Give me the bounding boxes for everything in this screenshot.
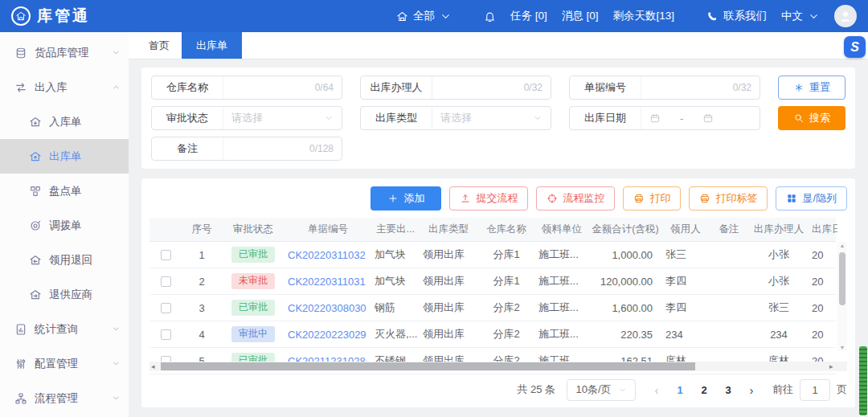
sidebar-item-requisition-return[interactable]: 领用退回 xyxy=(0,243,129,277)
page-button-3[interactable]: 3 xyxy=(718,379,739,400)
sidebar-item-stocktake-order[interactable]: 盘点单 xyxy=(0,174,129,208)
page-size-select[interactable]: 10条/页 xyxy=(567,379,636,401)
row-checkbox-cell xyxy=(149,250,182,260)
prev-page-button[interactable]: ‹ xyxy=(647,383,666,397)
field-doc-number: 单据编号0/32 xyxy=(569,76,760,100)
sidebar-item-statistics-query[interactable]: 统计查询 xyxy=(0,312,129,346)
calendar-icon[interactable] xyxy=(702,112,714,124)
scroll-left-icon[interactable]: ◂ xyxy=(151,363,158,370)
reset-label: 重置 xyxy=(809,80,830,95)
search-button[interactable]: 搜索 xyxy=(778,106,845,130)
sidebar-item-inbound-order[interactable]: 入库单 xyxy=(0,104,129,139)
print-label-button[interactable]: 打印标签 xyxy=(689,186,768,211)
column-header-remark: 备注 xyxy=(709,223,749,236)
horizontal-scrollbar[interactable]: ◂ ▸ xyxy=(149,362,847,371)
cell-amount: 220.35 xyxy=(588,329,662,341)
cell-status: 审批中 xyxy=(222,326,285,342)
cell-item: 灭火器,... xyxy=(371,327,420,341)
print-label-label: 打印标签 xyxy=(715,191,757,206)
tab-outbound[interactable]: 出库单 xyxy=(182,32,242,59)
sidebar-item-supplier-return[interactable]: 退供应商 xyxy=(0,277,129,312)
calendar-icon[interactable] xyxy=(649,112,661,124)
return-icon xyxy=(29,254,42,267)
inout-icon xyxy=(14,81,27,94)
cell-seq: 1 xyxy=(182,249,222,261)
table-row: 1已审批CK20220311032加气块领用出库分库1施工班...1,000.0… xyxy=(149,242,836,268)
days-remaining[interactable]: 剩余天数[13] xyxy=(612,9,674,23)
row-checkbox-cell xyxy=(149,329,182,340)
supplier-return-icon xyxy=(29,288,42,301)
page-button-1[interactable]: 1 xyxy=(669,379,690,400)
doc-number-link[interactable]: CK20220311032 xyxy=(288,249,366,261)
goto-page-input[interactable] xyxy=(800,379,830,401)
contact-us[interactable]: 联系我们 xyxy=(706,9,767,23)
doc-number-link[interactable]: CK20220308030 xyxy=(288,302,366,314)
cell-docno: CK20220311032 xyxy=(285,249,371,261)
sidebar-item-in-out[interactable]: 出入库 xyxy=(0,70,129,104)
cell-seq: 4 xyxy=(182,329,222,341)
window-scroll-thumb[interactable] xyxy=(859,346,867,415)
char-counter: 0/32 xyxy=(733,82,751,93)
sidebar-item-transfer-order[interactable]: 调拨单 xyxy=(0,208,129,243)
home-icon xyxy=(396,10,408,22)
row-checkbox[interactable] xyxy=(161,329,171,340)
row-checkbox[interactable] xyxy=(161,303,171,313)
cell-recipient: 234 xyxy=(662,329,709,341)
vertical-scroll-thumb[interactable] xyxy=(839,252,845,305)
tab-home[interactable]: 首页 xyxy=(137,32,182,59)
date-separator: - xyxy=(680,112,683,125)
field-remark: 备注0/128 xyxy=(151,137,342,161)
toggle-columns-button[interactable]: 显/隐列 xyxy=(776,186,847,211)
sidebar-item-goods-store[interactable]: 货品库管理 xyxy=(0,35,129,70)
submit-flow-button[interactable]: 提交流程 xyxy=(449,186,528,211)
floating-widget-icon[interactable]: S xyxy=(844,36,866,58)
scope-menu[interactable]: 全部 xyxy=(396,9,452,23)
approval-status-select[interactable]: 请选择 xyxy=(223,107,342,129)
sidebar-item-outbound-order[interactable]: 出库单 xyxy=(0,139,129,174)
user-avatar[interactable] xyxy=(834,5,857,27)
reset-button[interactable]: 重置 xyxy=(778,76,845,100)
horizontal-scroll-thumb[interactable] xyxy=(161,362,695,370)
doc-number-link[interactable]: CK20220311031 xyxy=(288,276,366,288)
row-checkbox[interactable] xyxy=(161,250,171,260)
outbound-type-select[interactable]: 请选择 xyxy=(432,107,551,129)
sidebar-item-label: 货品库管理 xyxy=(35,46,89,60)
scroll-down-icon[interactable]: ▼ xyxy=(840,345,845,350)
remark-input[interactable] xyxy=(231,143,305,155)
cell-amount: 1,000.00 xyxy=(588,249,662,261)
vertical-scrollbar[interactable]: ▲ ▼ xyxy=(837,242,847,351)
outbound-handler-input[interactable] xyxy=(440,82,519,94)
status-badge: 未审批 xyxy=(231,273,275,289)
next-page-button[interactable]: › xyxy=(742,383,761,397)
add-label: 添加 xyxy=(403,191,424,206)
field-label: 备注 xyxy=(152,141,223,156)
doc-number-input[interactable] xyxy=(649,82,728,94)
messages-menu[interactable]: 消息 [0] xyxy=(562,9,599,23)
column-header-item: 主要出... xyxy=(371,223,420,236)
outbound-date-picker[interactable]: - xyxy=(641,107,760,129)
plus-icon xyxy=(387,193,399,204)
inbound-icon xyxy=(29,116,42,129)
scroll-up-icon[interactable]: ▲ xyxy=(840,243,845,248)
column-header-recipient: 领用人 xyxy=(662,223,709,236)
cell-warehouse: 分库1 xyxy=(477,247,535,262)
flow-monitor-button[interactable]: 流程监控 xyxy=(536,186,615,211)
print-button[interactable]: 打印 xyxy=(623,186,681,211)
sidebar-item-flow-management[interactable]: 流程管理 xyxy=(0,381,129,415)
field-outbound-type: 出库类型请选择 xyxy=(360,106,551,130)
add-button[interactable]: 添加 xyxy=(371,186,441,211)
select-placeholder: 请选择 xyxy=(231,111,324,125)
doc-number-link[interactable]: CK20220223029 xyxy=(288,329,366,341)
notifications-bell[interactable] xyxy=(484,10,496,22)
language-menu[interactable]: 中文 xyxy=(781,9,820,23)
field-approval-status: 审批状态请选择 xyxy=(151,106,342,130)
tasks-menu[interactable]: 任务 [0] xyxy=(510,9,547,23)
app-window: 库管通 全部 任务 [0] 消息 [0] 剩余天数[13] 联系我们 中文 xyxy=(0,0,868,417)
cell-status: 未审批 xyxy=(222,273,285,289)
warehouse-name-input[interactable] xyxy=(231,82,310,94)
sidebar-item-config-management[interactable]: 配置管理 xyxy=(0,346,129,381)
stocktake-icon xyxy=(29,185,42,198)
scroll-right-icon[interactable]: ▸ xyxy=(829,363,836,370)
row-checkbox[interactable] xyxy=(161,276,171,287)
page-button-2[interactable]: 2 xyxy=(694,379,714,400)
